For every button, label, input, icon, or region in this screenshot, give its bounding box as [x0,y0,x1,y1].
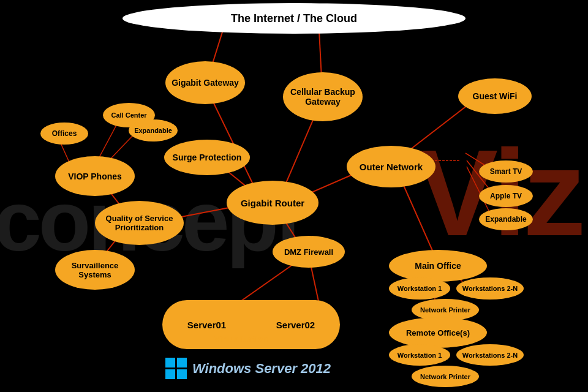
remote-printer-node: Network Printer [412,366,479,387]
main-office-node: Main Office [389,250,487,282]
apple-tv-node: Apple TV [479,185,533,207]
windows-server-text: Windows Server 2012 [192,361,331,377]
qos-node: Quality of Service Prioritization [95,201,184,245]
remote-ws2n-node: Workstations 2-N [456,344,524,366]
voip-phones-node: VIOP Phones [55,156,135,196]
virtualization-label: Virtualization [214,334,268,344]
offices-node: Offices [40,123,88,145]
svg-rect-28 [165,358,175,368]
expandable-outer-node: Expandable [479,208,533,230]
internet-label: The Internet / The Cloud [231,12,357,25]
server02-label: Server02 [276,320,315,330]
guest-wifi-node: Guest WiFi [458,78,532,114]
internet-cloud: The Internet / The Cloud [123,3,466,34]
remote-ws1-node: Workstation 1 [389,344,450,366]
gigabit-gateway-node: Gigabit Gateway [165,61,245,104]
main-ws2n-node: Workstations 2-N [456,277,524,300]
dmz-firewall-node: DMZ Firewall [273,236,345,268]
outer-network-node: Outer Network [347,146,435,187]
main-ws1-node: Workstation 1 [389,277,450,300]
server01-label: Server01 [187,320,226,330]
surge-protection-node: Surge Protection [164,140,250,175]
gigabit-router-node: Gigabit Router [227,181,318,225]
windows-logo-icon [165,358,187,380]
surveillance-node: Survaillence Systems [55,250,135,290]
smart-tv-node: Smart TV [479,160,533,183]
windows-server-logo: Windows Server 2012 [165,358,331,380]
svg-rect-30 [165,369,175,379]
cellular-backup-node: Cellular Backup Gateway [283,72,363,121]
remote-offices-node: Remote Office(s) [389,317,487,348]
svg-rect-31 [177,369,187,379]
expandable-voip-node: Expandable [129,119,178,141]
svg-rect-29 [177,358,187,368]
